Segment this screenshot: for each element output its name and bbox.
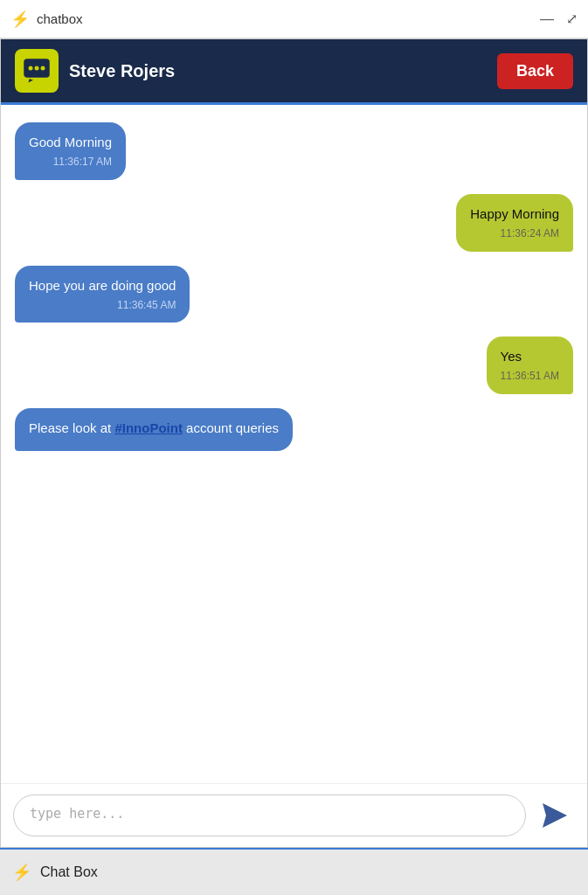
message-text-1: Good Morning — [29, 133, 112, 151]
message-row: Hope you are doing good 11:36:45 AM — [15, 266, 573, 323]
svg-point-2 — [29, 66, 33, 71]
chat-header-left: Steve Rojers — [15, 49, 175, 93]
innopoint-link[interactable]: #InnoPoint — [114, 420, 183, 435]
app-window: Steve Rojers Back Good Morning 11:36:17 … — [0, 38, 588, 848]
message-text-5: Please look at #InnoPoint account querie… — [29, 419, 279, 437]
message-bubble-4: Yes 11:36:51 AM — [487, 336, 573, 394]
message-text-3: Hope you are doing good — [29, 276, 176, 295]
message-time-3: 11:36:45 AM — [29, 298, 176, 313]
message-bubble-2: Happy Morning 11:36:24 AM — [456, 194, 573, 252]
send-button[interactable] — [535, 795, 575, 836]
messages-area[interactable]: Good Morning 11:36:17 AM Happy Morning 1… — [1, 105, 587, 783]
message-bubble-3: Hope you are doing good 11:36:45 AM — [15, 266, 190, 323]
message-time-2: 11:36:24 AM — [470, 226, 559, 241]
message-time-1: 11:36:17 AM — [29, 155, 112, 170]
send-icon — [539, 800, 571, 831]
lightning-icon: ⚡ — [10, 10, 30, 29]
chat-logo-icon — [22, 56, 52, 86]
message-text-2: Happy Morning — [470, 205, 559, 223]
chat-header: Steve Rojers Back — [1, 39, 587, 102]
input-area — [1, 783, 587, 847]
expand-button[interactable]: ⤢ — [566, 10, 578, 27]
taskbar-lightning-icon: ⚡ — [12, 863, 31, 882]
svg-point-4 — [41, 66, 45, 71]
taskbar: ⚡ Chat Box — [0, 848, 588, 895]
message-bubble-5: Please look at #InnoPoint account querie… — [15, 408, 293, 451]
message-input[interactable] — [13, 794, 526, 836]
title-bar: ⚡ chatbox — ⤢ — [0, 0, 588, 38]
message-row: Yes 11:36:51 AM — [15, 336, 573, 394]
taskbar-label: Chat Box — [40, 864, 98, 880]
message-time-4: 11:36:51 AM — [501, 369, 559, 384]
message-text-after: account queries — [183, 420, 279, 435]
chat-logo — [15, 49, 59, 93]
title-bar-controls: — ⤢ — [540, 10, 578, 27]
back-button[interactable]: Back — [497, 53, 573, 89]
message-row: Happy Morning 11:36:24 AM — [15, 194, 573, 252]
message-text-4: Yes — [501, 347, 559, 365]
minimize-button[interactable]: — — [540, 11, 554, 27]
message-bubble-1: Good Morning 11:36:17 AM — [15, 122, 126, 180]
message-row: Good Morning 11:36:17 AM — [15, 122, 573, 180]
svg-marker-5 — [543, 803, 567, 828]
svg-point-3 — [35, 66, 39, 71]
contact-name: Steve Rojers — [69, 61, 175, 81]
title-bar-text: chatbox — [37, 11, 83, 26]
message-text-before: Please look at — [29, 420, 114, 435]
message-row: Please look at #InnoPoint account querie… — [15, 408, 573, 451]
title-bar-left: ⚡ chatbox — [10, 10, 83, 29]
